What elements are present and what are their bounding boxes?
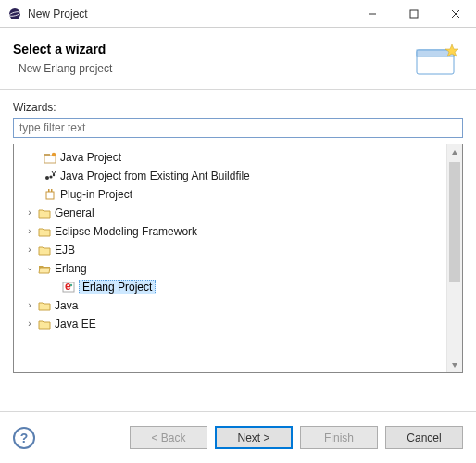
ant-project-icon xyxy=(43,169,57,183)
minimize-button[interactable] xyxy=(351,0,393,28)
folder-icon xyxy=(37,317,52,332)
wizard-tree: ▶ Java Project ▶ Java Project from Exist… xyxy=(13,144,463,373)
titlebar: New Project xyxy=(0,0,476,28)
wizard-body: Wizards: ▶ Java Project ▶ Java Project f… xyxy=(0,90,476,373)
tree-folder-ejb[interactable]: › EJB xyxy=(19,241,446,259)
erlang-project-icon: e xyxy=(61,280,76,294)
svg-point-22 xyxy=(70,284,72,286)
scroll-up-icon[interactable] xyxy=(447,144,462,160)
svg-marker-23 xyxy=(452,150,457,155)
svg-line-16 xyxy=(52,171,54,174)
tree-folder-java-ee[interactable]: › Java EE xyxy=(19,315,446,333)
java-project-icon xyxy=(43,150,57,165)
maximize-button[interactable] xyxy=(393,0,434,28)
svg-rect-3 xyxy=(410,10,418,18)
svg-rect-17 xyxy=(46,192,54,199)
chevron-down-icon[interactable]: ⌄ xyxy=(23,262,36,272)
wizards-label: Wizards: xyxy=(13,101,463,114)
tree-folder-java[interactable]: › Java xyxy=(19,296,446,315)
wizard-banner-icon xyxy=(411,37,463,80)
window-title: New Project xyxy=(28,7,88,20)
svg-line-4 xyxy=(452,10,459,18)
tree-item-label: Java Project from Existing Ant Buildfile xyxy=(60,169,250,182)
scrollbar[interactable] xyxy=(446,144,462,372)
filter-input[interactable] xyxy=(13,118,463,138)
wizard-header: Select a wizard New Erlang project xyxy=(0,28,476,90)
tree-folder-general[interactable]: › General xyxy=(19,204,446,222)
chevron-right-icon[interactable]: › xyxy=(23,207,36,218)
tree-item-label: Plug-in Project xyxy=(60,188,132,201)
chevron-right-icon[interactable]: › xyxy=(23,319,36,329)
header-subtitle: New Erlang project xyxy=(13,62,411,75)
tree-item-erlang-project[interactable]: ▶ e Erlang Project xyxy=(19,278,446,296)
cancel-button[interactable]: Cancel xyxy=(385,426,463,449)
svg-rect-19 xyxy=(51,189,53,192)
svg-rect-9 xyxy=(44,156,56,163)
svg-rect-10 xyxy=(44,154,50,156)
svg-point-12 xyxy=(45,176,49,180)
back-button[interactable]: < Back xyxy=(130,426,207,449)
svg-point-13 xyxy=(49,175,52,178)
scroll-down-icon[interactable] xyxy=(447,357,462,372)
tree-item-label: General xyxy=(55,206,94,219)
folder-icon xyxy=(37,298,52,313)
tree-item-label: Erlang Project xyxy=(79,280,156,294)
wizard-footer: ? < Back Next > Finish Cancel xyxy=(0,411,476,463)
folder-open-icon xyxy=(37,261,52,276)
tree-item-label: EJB xyxy=(55,244,75,257)
folder-icon xyxy=(37,224,52,239)
tree-content: ▶ Java Project ▶ Java Project from Exist… xyxy=(14,144,446,372)
scrollbar-thumb[interactable] xyxy=(449,162,460,282)
chevron-right-icon[interactable]: › xyxy=(23,300,36,310)
folder-icon xyxy=(37,243,52,257)
svg-marker-24 xyxy=(452,363,457,368)
tree-item-java-project[interactable]: ▶ Java Project xyxy=(19,148,446,167)
tree-item-label: Java Project xyxy=(60,151,121,164)
header-title: Select a wizard xyxy=(13,42,411,56)
plugin-project-icon xyxy=(43,187,57,202)
svg-rect-18 xyxy=(48,189,50,192)
tree-item-plugin-project[interactable]: ▶ Plug-in Project xyxy=(19,185,446,204)
eclipse-icon xyxy=(7,6,22,21)
svg-point-11 xyxy=(52,153,56,156)
tree-item-label: Eclipse Modeling Framework xyxy=(55,225,197,238)
next-button[interactable]: Next > xyxy=(215,426,293,449)
tree-folder-erlang[interactable]: ⌄ Erlang xyxy=(19,259,446,278)
help-button[interactable]: ? xyxy=(13,427,35,449)
svg-text:e: e xyxy=(65,281,71,293)
chevron-right-icon[interactable]: › xyxy=(23,244,36,255)
finish-button[interactable]: Finish xyxy=(300,426,378,449)
folder-icon xyxy=(37,206,52,220)
chevron-right-icon[interactable]: › xyxy=(23,226,36,236)
svg-point-14 xyxy=(53,174,55,176)
tree-item-java-ant-project[interactable]: ▶ Java Project from Existing Ant Buildfi… xyxy=(19,167,446,185)
tree-item-label: Java xyxy=(55,299,78,312)
tree-folder-emf[interactable]: › Eclipse Modeling Framework xyxy=(19,222,446,241)
tree-item-label: Java EE xyxy=(55,318,96,331)
tree-item-label: Erlang xyxy=(55,262,87,275)
close-button[interactable] xyxy=(434,0,476,28)
svg-line-5 xyxy=(452,10,459,18)
